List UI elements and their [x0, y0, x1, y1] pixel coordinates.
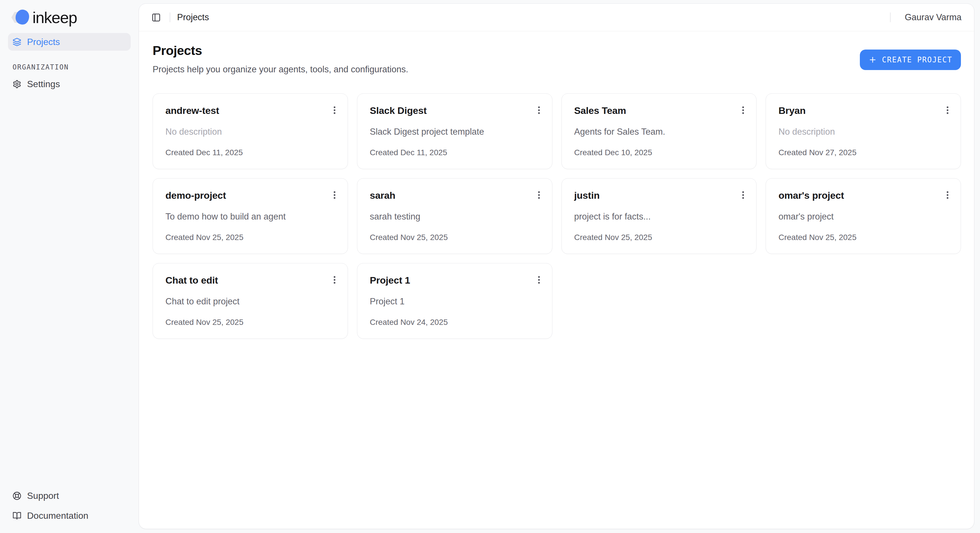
- kebab-menu-icon: [738, 105, 748, 115]
- project-card-header: Bryan: [778, 104, 954, 117]
- life-buoy-icon: [13, 492, 21, 500]
- project-card-description: sarah testing: [370, 211, 545, 222]
- project-card-created: Created Nov 25, 2025: [778, 232, 954, 242]
- user-menu[interactable]: Gaurav Varma: [905, 12, 961, 22]
- project-card-description: omar's project: [778, 211, 954, 222]
- kebab-menu-icon: [942, 190, 953, 200]
- project-card-description: No description: [165, 126, 341, 137]
- project-card-menu-button[interactable]: [533, 104, 545, 116]
- project-card-header: sarah: [370, 189, 545, 202]
- project-card-created: Created Nov 24, 2025: [370, 317, 545, 327]
- project-card[interactable]: sarah sarah testing Created Nov 25, 2025: [357, 178, 552, 254]
- project-card-description: To demo how to build an agent: [165, 211, 341, 222]
- kebab-menu-icon: [534, 275, 544, 285]
- project-card-title: demo-project: [165, 189, 226, 202]
- project-card[interactable]: justin project is for facts... Created N…: [562, 178, 757, 254]
- projects-grid: andrew-test No description Created Dec 1…: [153, 93, 961, 339]
- sidebar-item-documentation[interactable]: Documentation: [8, 507, 131, 525]
- project-card[interactable]: omar's project omar's project Created No…: [765, 178, 961, 254]
- kebab-menu-icon: [534, 105, 544, 115]
- project-card[interactable]: Slack Digest Slack Digest project templa…: [357, 93, 552, 169]
- project-card-title: andrew-test: [165, 104, 219, 117]
- project-card-menu-button[interactable]: [941, 104, 954, 116]
- project-card-menu-button[interactable]: [533, 189, 545, 201]
- project-card-description: Agents for Sales Team.: [574, 126, 750, 137]
- project-card[interactable]: Bryan No description Created Nov 27, 202…: [765, 93, 961, 169]
- project-card-menu-button[interactable]: [533, 274, 545, 286]
- sidebar-item-label: Settings: [27, 79, 60, 89]
- project-card-created: Created Dec 11, 2025: [165, 148, 341, 158]
- project-card-header: omar's project: [778, 189, 954, 202]
- project-card-title: Project 1: [370, 274, 410, 287]
- breadcrumb: Projects: [177, 12, 209, 22]
- project-card-header: Project 1: [370, 274, 545, 287]
- project-card-menu-button[interactable]: [328, 189, 341, 201]
- topbar-divider: [890, 13, 891, 22]
- project-card-title: Slack Digest: [370, 104, 427, 117]
- kebab-menu-icon: [329, 105, 340, 115]
- topbar: Projects Gaurav Varma: [139, 4, 974, 31]
- project-card-description: No description: [778, 126, 954, 137]
- brand-wordmark: inkeep: [32, 8, 77, 27]
- page-header: Projects Projects help you organize your…: [153, 43, 961, 75]
- project-card-description: Project 1: [370, 296, 545, 307]
- book-open-icon: [13, 511, 21, 520]
- kebab-menu-icon: [534, 190, 544, 200]
- brand-logo[interactable]: inkeep: [8, 8, 131, 26]
- project-card-header: justin: [574, 189, 750, 202]
- project-card-menu-button[interactable]: [737, 189, 749, 201]
- project-card-menu-button[interactable]: [328, 104, 341, 116]
- page-content: Projects Projects help you organize your…: [139, 31, 974, 529]
- project-card[interactable]: Project 1 Project 1 Created Nov 24, 2025: [357, 263, 552, 339]
- project-card-created: Created Nov 25, 2025: [370, 232, 545, 242]
- kebab-menu-icon: [329, 275, 340, 285]
- project-card-title: Sales Team: [574, 104, 626, 117]
- create-project-label: CREATE PROJECT: [882, 56, 952, 64]
- sidebar-item-label: Documentation: [27, 511, 88, 521]
- project-card-title: Bryan: [778, 104, 805, 117]
- kebab-menu-icon: [738, 190, 748, 200]
- kebab-menu-icon: [329, 190, 340, 200]
- project-card-created: Created Dec 11, 2025: [370, 148, 545, 158]
- sidebar-nav: Projects ORGANIZATION Settings: [8, 33, 131, 93]
- project-card-created: Created Dec 10, 2025: [574, 148, 750, 158]
- inkeep-logo-icon: [11, 9, 30, 26]
- project-card-description: Slack Digest project template: [370, 126, 545, 137]
- layers-icon: [13, 38, 21, 46]
- project-card[interactable]: andrew-test No description Created Dec 1…: [153, 93, 348, 169]
- sidebar-section-organization: ORGANIZATION: [13, 63, 131, 71]
- project-card-menu-button[interactable]: [737, 104, 749, 116]
- sidebar-item-projects[interactable]: Projects: [8, 33, 131, 51]
- project-card-header: Chat to edit: [165, 274, 341, 287]
- project-card-menu-button[interactable]: [328, 274, 341, 286]
- sidebar: inkeep Projects ORGANIZATION Settings: [0, 0, 138, 533]
- project-card-description: Chat to edit project: [165, 296, 341, 307]
- project-card[interactable]: demo-project To demo how to build an age…: [153, 178, 348, 254]
- sidebar-item-support[interactable]: Support: [8, 487, 131, 504]
- main-panel: Projects Gaurav Varma Projects Projects …: [138, 3, 974, 529]
- project-card-header: Sales Team: [574, 104, 750, 117]
- topbar-right: Gaurav Varma: [883, 12, 961, 22]
- project-card-created: Created Nov 25, 2025: [165, 232, 341, 242]
- project-card-title: Chat to edit: [165, 274, 218, 287]
- sidebar-item-settings[interactable]: Settings: [8, 75, 131, 93]
- project-card[interactable]: Sales Team Agents for Sales Team. Create…: [562, 93, 757, 169]
- project-card-title: sarah: [370, 189, 396, 202]
- project-card-header: Slack Digest: [370, 104, 545, 117]
- project-card-created: Created Nov 25, 2025: [574, 232, 750, 242]
- project-card-menu-button[interactable]: [941, 189, 954, 201]
- sidebar-toggle-button[interactable]: [149, 11, 163, 24]
- topbar-divider: [170, 13, 170, 22]
- sidebar-item-label: Projects: [27, 37, 60, 47]
- plus-icon: [869, 56, 877, 64]
- gear-icon: [13, 80, 21, 89]
- project-card-description: project is for facts...: [574, 211, 750, 222]
- page-title: Projects: [153, 43, 408, 58]
- create-project-button[interactable]: CREATE PROJECT: [860, 49, 961, 70]
- project-card-header: andrew-test: [165, 104, 341, 117]
- project-card-title: justin: [574, 189, 600, 202]
- project-card-title: omar's project: [778, 189, 844, 202]
- project-card[interactable]: Chat to edit Chat to edit project Create…: [153, 263, 348, 339]
- project-card-created: Created Nov 25, 2025: [165, 317, 341, 327]
- panel-left-icon: [151, 13, 161, 22]
